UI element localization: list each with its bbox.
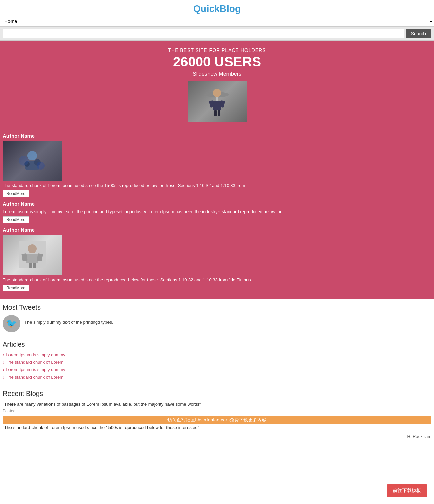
svg-point-15	[28, 244, 37, 253]
post-entry-3: Author Name The standard chunk of Lorem …	[3, 227, 431, 293]
author-credit: H. Rackham	[3, 434, 431, 439]
site-title-accent: Blog	[220, 3, 241, 14]
hero-users: 26000 USERS	[3, 54, 431, 69]
svg-point-2	[213, 89, 221, 97]
post-author-1: Author Name	[3, 133, 431, 139]
article-link-2[interactable]: The standard chunk of Lorem	[3, 359, 431, 365]
hero-image-svg	[203, 84, 231, 118]
tweets-section: Most Tweets 🐦 The simply dummy text of t…	[0, 299, 434, 336]
articles-section-title: Articles	[3, 341, 431, 348]
article-link-4[interactable]: The standard chunk of Lorem	[3, 374, 431, 380]
svg-point-12	[19, 156, 29, 166]
readmore-btn-2[interactable]: ReadMore	[3, 216, 29, 223]
twitter-bird-icon: 🐦	[6, 318, 17, 329]
tweets-section-title: Most Tweets	[3, 304, 431, 311]
readmore-btn-3[interactable]: ReadMore	[3, 285, 29, 291]
twitter-icon: 🐦	[3, 315, 20, 332]
hero-subtitle: Slideshow Members	[3, 71, 431, 77]
svg-rect-20	[33, 263, 36, 268]
site-title-plain: Quick	[193, 3, 220, 14]
search-button[interactable]: Search	[406, 29, 431, 38]
recent-blogs-section: Recent Blogs "There are many variations …	[0, 385, 434, 459]
article-link-1[interactable]: Lorem Ipsum is simply dummy	[3, 352, 431, 358]
posts-section: Author Name The standard chunk of Lorem …	[0, 129, 434, 299]
svg-point-8	[27, 151, 37, 160]
svg-rect-19	[29, 263, 32, 268]
blog-posted: Posted	[3, 409, 431, 414]
articles-section: Articles Lorem Ipsum is simply dummy The…	[0, 336, 434, 385]
svg-point-13	[37, 162, 45, 170]
tweets-row: 🐦 The simply dummy text of the printingd…	[3, 315, 431, 332]
post-author-3: Author Name	[3, 227, 431, 233]
post-image-3	[3, 235, 62, 275]
post-text-3: The standard chunk of Lorem Ipsum used s…	[3, 277, 431, 283]
post-entry-1: Author Name The standard chunk of Lorem …	[3, 133, 431, 198]
post-entry-2: Author Name Lorem Ipsum is simply dummy …	[3, 201, 431, 224]
svg-rect-7	[218, 110, 220, 116]
nav-bar: Home About Contact	[0, 16, 434, 27]
hero-image-placeholder	[188, 81, 247, 122]
post-image-inner-3	[3, 235, 62, 275]
readmore-btn-1[interactable]: ReadMore	[3, 190, 29, 197]
post-author-2: Author Name	[3, 201, 431, 207]
site-header: QuickBlog	[0, 0, 434, 16]
post-image-1	[3, 141, 62, 181]
svg-rect-3	[213, 101, 221, 110]
tweet-text: The simply dummy text of the printingd t…	[24, 315, 113, 325]
post-image-svg-1	[19, 147, 46, 174]
watermark: 访问血写社区bbs.xIenlao.com免费下载更多内容	[3, 416, 431, 424]
hero-section: THE BEST SITE FOR PLACE HOLDERS 26000 US…	[0, 41, 434, 129]
post-image-svg-3	[19, 241, 46, 268]
hero-tagline: THE BEST SITE FOR PLACE HOLDERS	[3, 47, 431, 53]
svg-rect-16	[26, 254, 38, 263]
hero-image	[188, 81, 247, 122]
svg-rect-6	[214, 110, 217, 116]
blog-quote-1: "There are many variations of passages o…	[3, 401, 431, 408]
article-link-3[interactable]: Lorem Ipsum is simply dummy	[3, 367, 431, 373]
recent-blogs-title: Recent Blogs	[3, 390, 431, 398]
post-text-2: Lorem Ipsum is simply dummy text of the …	[3, 209, 431, 215]
post-text-1: The standard chunk of Lorem Ipsum used s…	[3, 183, 431, 189]
blog-quote-2: "The standard chunk of Lorem Ipsum used …	[3, 424, 431, 431]
search-input[interactable]	[3, 29, 404, 38]
site-title: QuickBlog	[0, 3, 434, 14]
post-image-inner-1	[3, 141, 62, 181]
search-bar: Search	[0, 27, 434, 41]
nav-select[interactable]: Home About Contact	[0, 16, 434, 26]
